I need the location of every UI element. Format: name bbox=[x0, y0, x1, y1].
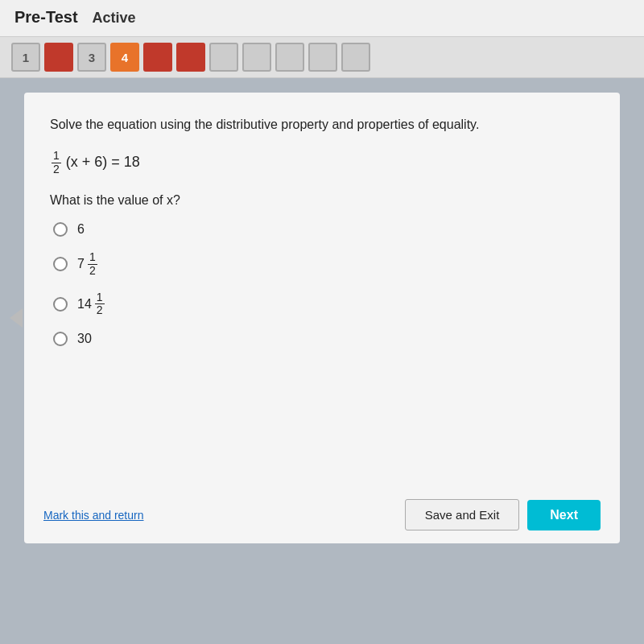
radio-4[interactable] bbox=[53, 332, 68, 346]
option-1[interactable]: 6 bbox=[53, 222, 594, 237]
top-bar: Pre-Test Active bbox=[0, 0, 644, 37]
nav-btn-8[interactable] bbox=[242, 43, 271, 72]
option-3[interactable]: 1412 bbox=[53, 291, 594, 317]
nav-btn-10[interactable] bbox=[308, 43, 337, 72]
footer-buttons: Save and Exit Next bbox=[405, 499, 601, 530]
footer-bar: Mark this and return Save and Exit Next bbox=[24, 486, 620, 543]
option-2-label: 712 bbox=[77, 251, 99, 277]
nav-btn-6[interactable] bbox=[176, 43, 205, 72]
option-3-label: 1412 bbox=[77, 291, 106, 317]
question-instruction: Solve the equation using the distributiv… bbox=[50, 115, 594, 134]
equation-display: 1 2 (x + 6) = 18 bbox=[50, 149, 594, 175]
fraction-half: 1 2 bbox=[50, 149, 63, 175]
option-2[interactable]: 712 bbox=[53, 251, 594, 277]
radio-3[interactable] bbox=[53, 297, 68, 312]
nav-btn-5[interactable] bbox=[143, 43, 172, 72]
question-nav: 1 3 4 bbox=[0, 37, 644, 78]
option-4-label: 30 bbox=[77, 332, 92, 346]
nav-btn-11[interactable] bbox=[341, 43, 370, 72]
nav-btn-9[interactable] bbox=[275, 43, 304, 72]
nav-btn-4[interactable]: 4 bbox=[110, 43, 139, 72]
nav-btn-1[interactable]: 1 bbox=[11, 43, 40, 72]
options-list: 6 712 1412 30 bbox=[53, 222, 594, 346]
radio-2[interactable] bbox=[53, 257, 68, 271]
question-card: Solve the equation using the distributiv… bbox=[24, 93, 620, 543]
sub-question: What is the value of x? bbox=[50, 193, 594, 208]
status-badge: Active bbox=[93, 10, 136, 27]
radio-1[interactable] bbox=[53, 222, 68, 237]
save-exit-button[interactable]: Save and Exit bbox=[405, 499, 520, 530]
page-title: Pre-Test bbox=[14, 8, 78, 27]
nav-btn-7[interactable] bbox=[209, 43, 238, 72]
next-button[interactable]: Next bbox=[527, 500, 601, 530]
mark-return-button[interactable]: Mark this and return bbox=[43, 509, 144, 522]
equation-rest: (x + 6) = 18 bbox=[66, 149, 140, 175]
option-1-label: 6 bbox=[77, 222, 85, 237]
nav-btn-3[interactable]: 3 bbox=[77, 43, 106, 72]
option-4[interactable]: 30 bbox=[53, 332, 594, 346]
side-arrow-icon bbox=[10, 308, 23, 328]
nav-btn-2[interactable] bbox=[44, 43, 73, 72]
